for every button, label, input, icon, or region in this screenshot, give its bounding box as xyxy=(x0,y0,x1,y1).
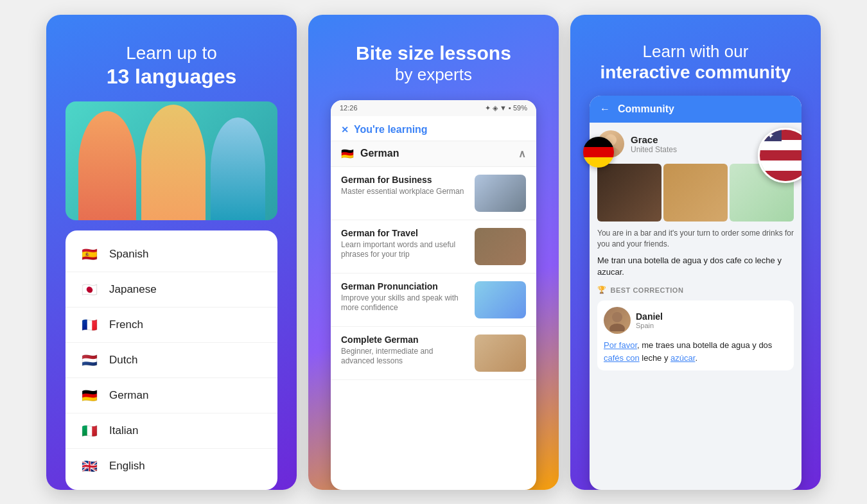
list-item[interactable]: 🇯🇵 Japanese xyxy=(66,272,277,308)
card2-header: Bite size lessons by experts xyxy=(340,15,527,100)
usa-stripe-white2 xyxy=(760,161,801,171)
best-correction-text: BEST CORRECTION xyxy=(611,286,684,294)
you-learning-label: You're learning xyxy=(354,124,428,135)
community-header-line1: Learn with our xyxy=(600,42,791,62)
community-label: Community xyxy=(618,103,674,115)
lesson-item[interactable]: Complete German Beginner, intermediate a… xyxy=(331,327,536,380)
lang-name-french: French xyxy=(109,318,143,331)
correction-text: Por favor, me traes una botella de agua … xyxy=(604,339,787,364)
list-item[interactable]: 🇫🇷 French xyxy=(66,308,277,343)
list-item[interactable]: 🇬🇧 English xyxy=(66,449,277,483)
flag-dutch: 🇳🇱 xyxy=(78,349,100,371)
best-correction-label: 🏆 BEST CORRECTION xyxy=(597,286,794,294)
card1-header: Learn up to 13 languages xyxy=(86,15,258,101)
flag-english: 🇬🇧 xyxy=(78,455,100,477)
status-bar: 12:26 ✦ ◈ ▼ ▪ 59% xyxy=(331,100,536,116)
lesson-thumbnail-travel xyxy=(475,228,526,265)
daniel-avatar-svg xyxy=(606,309,628,331)
flag-italian: 🇮🇹 xyxy=(78,420,100,442)
lesson-text: Complete German Beginner, intermediate a… xyxy=(341,335,467,367)
german-header[interactable]: 🇩🇪 German ∧ xyxy=(331,141,536,167)
lesson-item[interactable]: German for Travel Learn important words … xyxy=(331,220,536,274)
photo-pastry xyxy=(663,164,728,222)
header-line2: 13 languages xyxy=(107,64,237,89)
lesson-desc: Master essential workplace German xyxy=(341,187,467,197)
community-header-line2: interactive community xyxy=(600,62,791,83)
lang-name-italian: Italian xyxy=(109,424,138,437)
list-item[interactable]: 🇮🇹 Italian xyxy=(66,413,277,449)
status-icons: ✦ ◈ ▼ ▪ 59% xyxy=(485,104,527,112)
you-learning-row: ✕ You're learning xyxy=(341,124,526,135)
username: Grace xyxy=(631,134,677,145)
lesson-item[interactable]: German Pronunciation Improve your skills… xyxy=(331,274,536,327)
lesson-item[interactable]: German for Business Master essential wor… xyxy=(331,167,536,220)
prompt-text: You are in a bar and it's your turn to o… xyxy=(597,228,794,250)
flag-japanese: 🇯🇵 xyxy=(78,279,100,300)
lesson-text: German for Travel Learn important words … xyxy=(341,228,467,260)
lesson-text: German Pronunciation Improve your skills… xyxy=(341,281,467,313)
close-icon[interactable]: ✕ xyxy=(341,125,349,135)
card-languages: Learn up to 13 languages 🇪🇸 Spanish 🇯🇵 J… xyxy=(46,15,297,490)
person-1 xyxy=(78,111,136,220)
lesson-thumbnail-business xyxy=(475,175,526,212)
german-flag-avatar xyxy=(583,137,614,168)
corrector-name: Daniel xyxy=(636,311,663,322)
list-item[interactable]: 🇳🇱 Dutch xyxy=(66,343,277,378)
list-item[interactable]: 🇩🇪 German xyxy=(66,378,277,413)
list-item[interactable]: 🇪🇸 Spanish xyxy=(66,237,277,272)
correction-highlight-1: Por favor xyxy=(604,340,637,350)
lang-name-spanish: Spanish xyxy=(109,248,148,261)
correction-highlight-2: cafés con xyxy=(604,353,640,363)
flag-french: 🇫🇷 xyxy=(78,314,100,336)
language-list: 🇪🇸 Spanish 🇯🇵 Japanese 🇫🇷 French 🇳🇱 Dutc… xyxy=(66,230,277,490)
card-lessons: Bite size lessons by experts 12:26 ✦ ◈ ▼… xyxy=(308,15,559,490)
card2-wrapper: Bite size lessons by experts 12:26 ✦ ◈ ▼… xyxy=(308,15,559,490)
lesson-desc: Learn important words and useful phrases… xyxy=(341,240,467,260)
correction-block: Daniel Spain Por favor, me traes una bot… xyxy=(597,300,794,370)
usa-canton: ✦ xyxy=(760,130,782,141)
person-2 xyxy=(141,105,206,220)
correction-highlight-3: azúcar xyxy=(670,353,695,363)
lesson-thumbnail-pronunciation xyxy=(475,281,526,318)
community-topbar: ← Community xyxy=(590,96,801,123)
lesson-text: German for Business Master essential wor… xyxy=(341,175,467,197)
photo-coffee xyxy=(597,164,661,222)
lesson-list: German for Business Master essential wor… xyxy=(331,167,536,490)
lang-name-german: German xyxy=(109,389,148,402)
lesson-thumbnail-complete xyxy=(475,335,526,372)
corrector-info: Daniel Spain xyxy=(636,311,663,329)
lesson-desc: Improve your skills and speak with more … xyxy=(341,293,467,313)
user-info: Grace United States xyxy=(631,134,677,154)
lesson-title: German for Travel xyxy=(341,228,467,238)
lesson-title: Complete German xyxy=(341,335,467,345)
usa-stripe-white xyxy=(760,140,801,150)
flag-spanish: 🇪🇸 xyxy=(78,243,100,265)
lang-name-japanese: Japanese xyxy=(109,283,157,296)
card-community: Learn with our interactive community ✦ ←… xyxy=(570,15,821,490)
lesson-title: German for Business xyxy=(341,175,467,185)
trophy-icon: 🏆 xyxy=(597,286,607,294)
lesson-title: German Pronunciation xyxy=(341,281,467,291)
phone-mockup: 12:26 ✦ ◈ ▼ ▪ 59% ✕ You're learning 🇩🇪 G… xyxy=(331,100,536,490)
status-time: 12:26 xyxy=(340,104,358,112)
lang-name-english: English xyxy=(109,460,145,473)
lessons-header-line1: Bite size lessons xyxy=(356,42,511,65)
user-message: Me tran una botella de agua y dos cafe c… xyxy=(597,255,794,278)
person-3 xyxy=(211,117,265,220)
corrector-row: Daniel Spain xyxy=(604,307,787,334)
german-flag-icon: 🇩🇪 xyxy=(341,148,354,160)
back-arrow-icon[interactable]: ← xyxy=(600,103,610,115)
chevron-up-icon: ∧ xyxy=(518,148,526,160)
usa-stripe: ✦ xyxy=(760,130,801,140)
lesson-desc: Beginner, intermediate and advanced less… xyxy=(341,347,467,367)
people-illustration xyxy=(66,101,277,220)
svg-point-2 xyxy=(612,312,622,322)
card3-header: Learn with our interactive community xyxy=(579,15,811,96)
svg-point-3 xyxy=(609,324,625,331)
lang-name-dutch: Dutch xyxy=(109,354,137,367)
header-line1: Learn up to xyxy=(107,42,237,64)
people-image xyxy=(66,101,277,220)
lessons-header-line2: by experts xyxy=(356,65,511,85)
flag-german: 🇩🇪 xyxy=(78,385,100,406)
user-location: United States xyxy=(631,145,677,154)
